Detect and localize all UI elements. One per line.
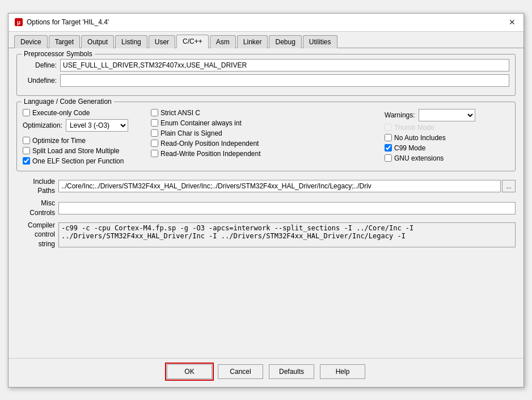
c99-mode-label: C99 Mode <box>394 144 425 152</box>
compiler-control-label: Compiler control string <box>16 221 55 249</box>
define-input[interactable] <box>60 59 509 71</box>
tab-output[interactable]: Output <box>81 35 114 48</box>
codegen-group: Language / Code Generation Execute-only … <box>16 102 516 171</box>
cancel-button[interactable]: Cancel <box>218 364 263 379</box>
col2: Strict ANSI C Enum Container always int … <box>151 109 381 165</box>
include-paths-input-wrapper: ... <box>58 180 516 192</box>
tab-utilities[interactable]: Utilities <box>303 35 337 48</box>
no-auto-includes-row: No Auto Includes <box>385 134 509 142</box>
include-paths-row: Include Paths ... <box>16 177 516 196</box>
dialog: μ Options for Target 'HIL_4.4' ✕ Device … <box>8 13 524 388</box>
app-icon: μ <box>14 18 23 27</box>
undefine-row: Undefine: <box>23 74 509 87</box>
optimization-select[interactable]: Level 3 (-O3) Level 0 (-O0) Level 1 (-O1… <box>66 119 128 132</box>
c99-mode-row: C99 Mode <box>385 144 509 152</box>
tab-linker[interactable]: Linker <box>237 35 268 48</box>
define-label: Define: <box>23 61 57 69</box>
execute-only-label: Execute-only Code <box>32 109 90 117</box>
split-load-label: Split Load and Store Multiple <box>32 147 119 155</box>
svg-text:μ: μ <box>17 19 20 26</box>
optimize-time-checkbox[interactable] <box>23 137 30 144</box>
tabs-bar: Device Target Output Listing User C/C++ … <box>9 32 523 48</box>
warnings-select[interactable]: All Warnings Unspecified <box>419 109 475 121</box>
one-elf-row: One ELF Section per Function <box>23 157 147 165</box>
readonly-pos-checkbox[interactable] <box>151 140 158 147</box>
compiler-control-row: Compiler control string -c99 -c -cpu Cor… <box>16 221 516 249</box>
c99-mode-checkbox[interactable] <box>385 144 392 151</box>
strict-ansi-checkbox[interactable] <box>151 109 158 116</box>
tab-device[interactable]: Device <box>14 35 48 48</box>
plain-char-checkbox[interactable] <box>151 129 158 137</box>
strict-ansi-row: Strict ANSI C <box>151 109 381 117</box>
optimize-time-row: Optimize for Time <box>23 137 147 145</box>
tab-debug[interactable]: Debug <box>269 35 301 48</box>
gnu-extensions-row: GNU extensions <box>385 154 509 162</box>
split-load-row: Split Load and Store Multiple <box>23 147 147 155</box>
include-paths-browse-button[interactable]: ... <box>502 180 516 192</box>
dialog-title: Options for Target 'HIL_4.4' <box>27 18 109 26</box>
readonly-pos-label: Read-Only Position Independent <box>161 140 259 148</box>
readwrite-pos-row: Read-Write Position Independent <box>151 150 381 158</box>
gnu-extensions-checkbox[interactable] <box>385 154 392 162</box>
include-paths-label: Include Paths <box>16 177 55 196</box>
col1: Execute-only Code Optimization: Level 3 … <box>23 109 147 165</box>
tab-user[interactable]: User <box>149 35 175 48</box>
optimization-row: Optimization: Level 3 (-O3) Level 0 (-O0… <box>23 119 147 132</box>
gnu-extensions-label: GNU extensions <box>394 154 444 162</box>
plain-char-label: Plain Char is Signed <box>161 129 222 137</box>
compiler-control-input[interactable]: -c99 -c -cpu Cortex-M4.fp.sp -g -O3 -apc… <box>58 222 516 247</box>
misc-controls-label: Misc Controls <box>16 199 55 218</box>
no-auto-includes-checkbox[interactable] <box>385 134 392 141</box>
buttons-bar: OK Cancel Defaults Help <box>9 358 523 387</box>
readwrite-pos-label: Read-Write Position Independent <box>161 150 261 158</box>
plain-char-row: Plain Char is Signed <box>151 129 381 137</box>
help-button[interactable]: Help <box>320 364 365 379</box>
ok-button[interactable]: OK <box>167 364 212 379</box>
warnings-label: Warnings: <box>385 111 415 119</box>
thumb-mode-checkbox[interactable] <box>385 124 392 131</box>
enum-container-label: Enum Container always int <box>161 119 242 127</box>
enum-container-row: Enum Container always int <box>151 119 381 127</box>
col3: Warnings: All Warnings Unspecified Thumb… <box>385 109 509 165</box>
codegen-label: Language / Code Generation <box>22 98 114 106</box>
no-auto-includes-label: No Auto Includes <box>394 134 446 142</box>
split-load-checkbox[interactable] <box>23 147 30 154</box>
misc-controls-row: Misc Controls <box>16 199 516 218</box>
undefine-input[interactable] <box>60 74 509 87</box>
define-row: Define: <box>23 59 509 71</box>
optimization-label: Optimization: <box>23 121 62 129</box>
enum-container-checkbox[interactable] <box>151 119 158 127</box>
misc-controls-input[interactable] <box>58 202 516 214</box>
preprocessor-group: Preprocessor Symbols Define: Undefine: <box>16 54 516 96</box>
warnings-row: Warnings: All Warnings Unspecified <box>385 109 509 121</box>
strict-ansi-label: Strict ANSI C <box>161 109 200 117</box>
one-elf-checkbox[interactable] <box>23 157 30 165</box>
thumb-mode-row: Thumb Mode <box>385 124 509 132</box>
title-bar-left: μ Options for Target 'HIL_4.4' <box>14 18 109 27</box>
tab-cpp[interactable]: C/C++ <box>176 35 209 48</box>
undefine-label: Undefine: <box>23 77 57 85</box>
readwrite-pos-checkbox[interactable] <box>151 150 158 157</box>
defaults-button[interactable]: Defaults <box>269 364 314 379</box>
thumb-mode-label: Thumb Mode <box>394 124 434 132</box>
execute-only-row: Execute-only Code <box>23 109 147 117</box>
title-bar: μ Options for Target 'HIL_4.4' ✕ <box>9 14 523 32</box>
include-paths-input[interactable] <box>58 180 501 192</box>
execute-only-checkbox[interactable] <box>23 109 30 116</box>
content-area: Preprocessor Symbols Define: Undefine: L… <box>9 48 523 358</box>
tab-listing[interactable]: Listing <box>115 35 147 48</box>
tab-asm[interactable]: Asm <box>210 35 236 48</box>
close-button[interactable]: ✕ <box>506 16 518 28</box>
preprocessor-label: Preprocessor Symbols <box>22 50 95 58</box>
tab-target[interactable]: Target <box>49 35 80 48</box>
optimize-time-label: Optimize for Time <box>32 137 86 145</box>
readonly-pos-row: Read-Only Position Independent <box>151 140 381 148</box>
one-elf-label: One ELF Section per Function <box>32 157 124 165</box>
